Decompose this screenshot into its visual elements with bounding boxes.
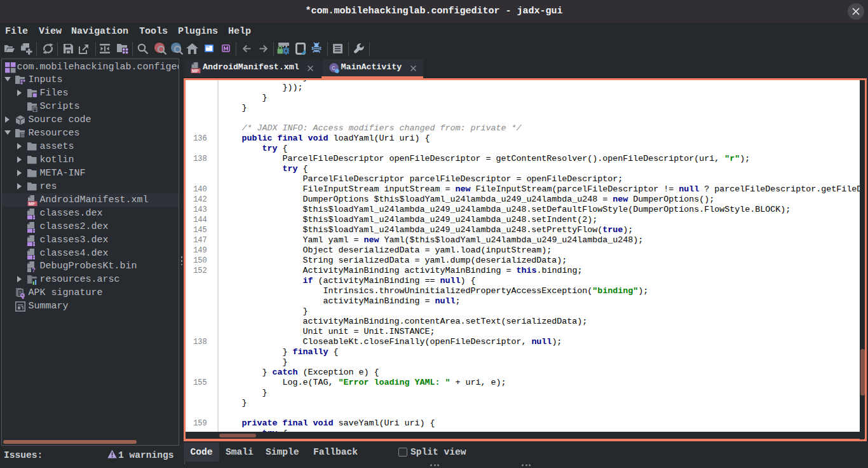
svg-text:MF: MF — [192, 68, 199, 73]
svg-text:?: ? — [32, 267, 36, 273]
svg-text:MF: MF — [29, 202, 36, 206]
